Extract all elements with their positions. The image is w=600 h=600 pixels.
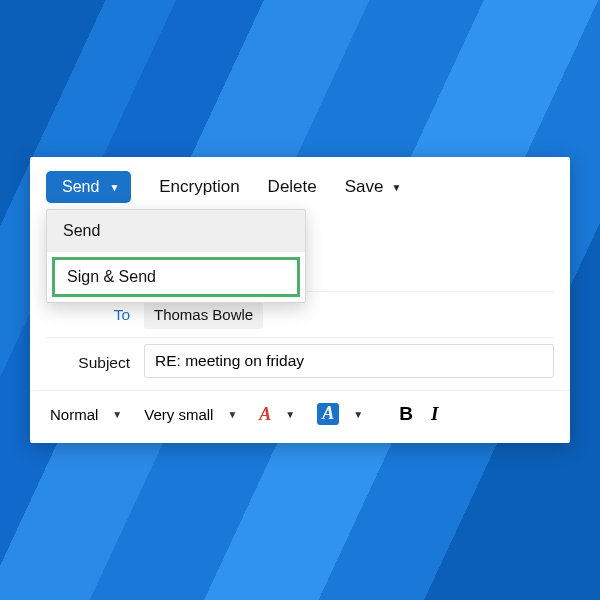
compose-toolbar: Send ▼ Encryption Delete Save ▼ [30,157,570,213]
chevron-down-icon: ▼ [112,409,122,420]
subject-label: Subject [46,354,144,372]
send-button[interactable]: Send ▼ [46,171,131,203]
delete-button[interactable]: Delete [268,175,317,199]
subject-input[interactable] [144,344,554,378]
highlight-color-select[interactable]: A ▼ [311,401,369,427]
subject-row: Subject [46,337,554,388]
font-size-select[interactable]: Very small ▼ [138,404,243,425]
chevron-down-icon: ▼ [285,409,295,420]
paragraph-style-label: Normal [50,406,98,423]
text-color-select[interactable]: A ▼ [253,402,301,427]
chevron-down-icon: ▼ [353,409,363,420]
desktop-background: Send ▼ Encryption Delete Save ▼ Send Sig… [0,0,600,600]
font-size-label: Very small [144,406,213,423]
chevron-down-icon: ▼ [109,182,119,193]
compose-panel: Send ▼ Encryption Delete Save ▼ Send Sig… [30,157,570,443]
save-button[interactable]: Save ▼ [345,175,402,199]
send-button-label: Send [62,178,99,196]
paragraph-style-select[interactable]: Normal ▼ [44,404,128,425]
to-label[interactable]: To [46,306,144,324]
encryption-button[interactable]: Encryption [159,175,239,199]
menu-item-sign-and-send[interactable]: Sign & Send [51,256,301,298]
text-color-icon: A [259,404,271,425]
format-toolbar: Normal ▼ Very small ▼ A ▼ A ▼ B I [30,390,570,439]
bold-button[interactable]: B [395,403,417,425]
menu-item-send[interactable]: Send [47,210,305,252]
recipient-chip[interactable]: Thomas Bowle [144,300,263,329]
save-button-label: Save [345,177,384,197]
chevron-down-icon: ▼ [392,182,402,193]
chevron-down-icon: ▼ [227,409,237,420]
send-dropdown-menu: Send Sign & Send [46,209,306,303]
highlight-color-icon: A [317,403,339,425]
italic-button[interactable]: I [427,403,442,425]
